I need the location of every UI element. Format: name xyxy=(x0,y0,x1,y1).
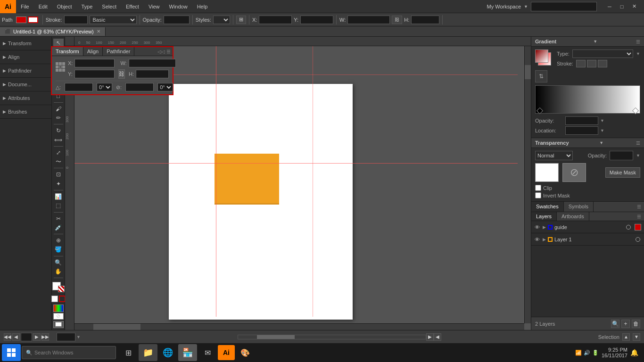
stroke-button[interactable] xyxy=(59,296,66,302)
tp-collapse-icon[interactable]: ◁◁ xyxy=(157,49,165,54)
gradient-fg-swatch[interactable] xyxy=(535,49,548,63)
explorer-btn[interactable]: 📁 xyxy=(139,344,157,361)
swatches-tab[interactable]: Swatches xyxy=(531,202,564,212)
store-btn[interactable]: 🏪 xyxy=(178,344,197,361)
orange-rectangle[interactable] xyxy=(215,154,279,205)
document-panel-title[interactable]: ▶ Docume... xyxy=(3,80,49,89)
vertical-scrollbar[interactable] xyxy=(524,46,531,323)
gradient-bar[interactable] xyxy=(535,85,640,114)
horizontal-scroll-thumb[interactable] xyxy=(93,324,140,330)
x-input[interactable]: 150 mm xyxy=(259,16,292,24)
guide-circle-indicator[interactable] xyxy=(626,225,631,230)
warp-tool[interactable]: 〜 xyxy=(53,157,64,166)
angle2-select[interactable]: 0° xyxy=(157,83,173,91)
close-button[interactable]: ✕ xyxy=(628,0,640,13)
illustrator-taskbar-btn[interactable]: Ai xyxy=(218,345,235,360)
workspace-dropdown-arrow[interactable]: ▼ xyxy=(524,4,528,9)
styles-select[interactable] xyxy=(213,16,230,24)
fill-button[interactable] xyxy=(51,296,58,302)
task-view-button[interactable]: ⊞ xyxy=(119,344,138,361)
document-tab-active[interactable]: ⬛ Untitled-1 @ 63% (CMYK/Preview) ✕ xyxy=(0,27,106,36)
gradient-stop-left[interactable] xyxy=(537,107,543,114)
stroke-btn2[interactable] xyxy=(587,60,596,67)
menu-file[interactable]: File xyxy=(16,0,34,13)
start-button[interactable] xyxy=(2,344,21,361)
mask-thumb-white[interactable] xyxy=(535,163,559,182)
artboards-tab[interactable]: Artboards xyxy=(557,212,589,221)
column-graph-tool[interactable]: 📊 xyxy=(53,192,64,201)
layer1-expand-arrow[interactable]: ▶ xyxy=(543,237,546,242)
y-field-input[interactable]: 103.324 mm xyxy=(74,70,115,78)
transform-panel-title[interactable]: ▶ Transform xyxy=(3,39,49,48)
vertical-scroll-thumb[interactable] xyxy=(525,65,531,79)
blend-tool[interactable]: ⊕ xyxy=(53,236,64,245)
blend-mode-select[interactable]: Normal xyxy=(535,151,573,160)
link-wh-tp-btn[interactable]: ⛓ xyxy=(118,69,125,79)
rotate-tool[interactable]: ↻ xyxy=(53,126,64,135)
color-swatches[interactable] xyxy=(52,282,65,292)
transform-grid-icon[interactable] xyxy=(56,62,65,72)
brushes-panel-title[interactable]: ▶ Brushes xyxy=(3,107,49,116)
scroll-up-btn[interactable]: ▲ xyxy=(622,333,630,341)
eyedropper-tool[interactable]: 💉 xyxy=(53,223,64,232)
prev-artboard-btn[interactable]: ◀◀ xyxy=(4,333,11,341)
make-mask-button[interactable]: Make Mask xyxy=(605,167,640,178)
h-input[interactable]: 0 mm xyxy=(411,16,439,24)
w-field-input[interactable]: 5779.558 mm xyxy=(129,59,176,67)
horizontal-scrollbar[interactable] xyxy=(74,323,524,330)
menu-edit[interactable]: Edit xyxy=(34,0,52,13)
menu-type[interactable]: Type xyxy=(77,0,98,13)
stroke-btn1[interactable] xyxy=(576,60,586,67)
menu-object[interactable]: Object xyxy=(52,0,77,13)
align-panel-title[interactable]: ▶ Align xyxy=(3,52,49,62)
menu-effect[interactable]: Effect xyxy=(121,0,144,13)
y-input[interactable]: 103.324 mm xyxy=(300,16,333,24)
x-field-input[interactable]: 150 mm xyxy=(74,59,115,67)
menu-help[interactable]: Help xyxy=(192,0,213,13)
guide-visibility-btn[interactable]: 👁 xyxy=(533,223,541,231)
scroll-down-btn[interactable]: ▼ xyxy=(633,333,640,341)
search-layers-btn[interactable]: 🔍 xyxy=(611,320,619,328)
clip-checkbox[interactable] xyxy=(535,185,541,191)
opacity-input[interactable]: 100% xyxy=(164,16,190,24)
mask-btn[interactable] xyxy=(53,321,64,328)
attributes-panel-title[interactable]: ▶ Attributes xyxy=(3,93,49,103)
notification-icon[interactable]: 🔔 xyxy=(630,349,638,356)
pencil-tool[interactable]: ✏ xyxy=(53,114,64,122)
scale-tool[interactable]: ⤢ xyxy=(53,148,64,157)
new-layer-btn[interactable]: + xyxy=(621,320,630,328)
stroke-select[interactable]: Basic xyxy=(90,16,137,24)
layer1-visibility-btn[interactable]: 👁 xyxy=(533,236,541,243)
scroll-left-btn[interactable]: ◀ xyxy=(434,333,441,341)
gradient-collapse-icon[interactable]: ▼ xyxy=(593,39,597,44)
live-paint-tool[interactable]: 🪣 xyxy=(53,245,64,254)
link-wh-button[interactable]: ⛓ xyxy=(392,16,402,24)
menu-view[interactable]: View xyxy=(144,0,165,13)
transform-tab[interactable]: Transform xyxy=(52,47,83,56)
zoom-input[interactable]: 63% xyxy=(57,333,75,341)
delete-layer-btn[interactable]: 🗑 xyxy=(632,320,640,328)
menu-select[interactable]: Select xyxy=(97,0,121,13)
invert-mask-checkbox[interactable] xyxy=(535,192,541,198)
paint-btn[interactable]: 🎨 xyxy=(236,344,255,361)
taskbar-search[interactable]: 🔍 Search Windows xyxy=(22,346,116,359)
gradient-menu-icon[interactable]: ☰ xyxy=(636,39,640,44)
symbols-tab[interactable]: Symbols xyxy=(564,202,594,212)
network-icon[interactable]: 📶 xyxy=(575,350,582,356)
gradient-reverse-btn[interactable]: ⇅ xyxy=(535,70,547,82)
paintbrush-tool[interactable]: 🖌 xyxy=(53,105,64,113)
layers-tab[interactable]: Layers xyxy=(531,212,557,221)
minimize-button[interactable]: ─ xyxy=(603,0,616,13)
pathfinder-panel-title[interactable]: ▶ Pathfinder xyxy=(3,66,49,75)
w-input[interactable]: 5779.558 mm xyxy=(347,16,390,24)
search-input[interactable] xyxy=(531,2,597,11)
free-transform-tool[interactable]: ⊡ xyxy=(53,170,64,179)
location-input[interactable] xyxy=(565,126,598,135)
opacity-input-grad[interactable] xyxy=(565,116,598,125)
next-artboard-btn[interactable]: ▶▶ xyxy=(41,333,49,341)
panel-menu-icon[interactable]: ☰ xyxy=(637,204,641,209)
prev-btn[interactable]: ◀ xyxy=(12,333,20,341)
stroke-input[interactable] xyxy=(64,16,88,24)
artboard-tool[interactable]: ⬚ xyxy=(53,201,64,210)
opacity-input-tp[interactable]: 100% xyxy=(610,151,633,160)
